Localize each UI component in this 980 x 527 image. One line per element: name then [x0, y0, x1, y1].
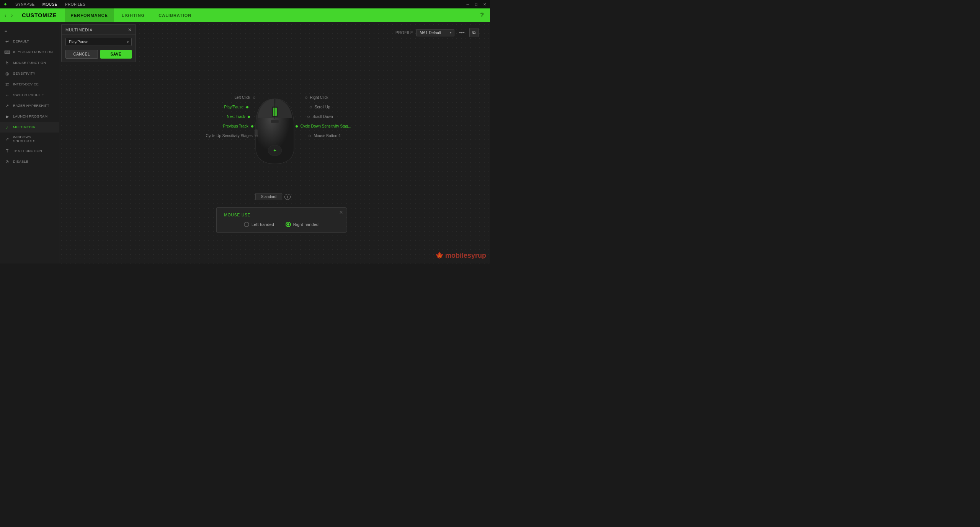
sidebar-item-keyboard-function[interactable]: ⌨KEYBOARD FUNCTION [0, 47, 59, 57]
sidebar-item-switch-profile[interactable]: ↔SWITCH PROFILE [0, 90, 59, 100]
mouse-use-popup: ✕ MOUSE USE Left-handed Right-handed [216, 207, 346, 233]
sidebar-item-disable[interactable]: ⊘DISABLE [0, 156, 59, 167]
left-labels: Left Click Play/Pause Next Track Previou… [160, 80, 275, 195]
sidebar-label-razer-hypershift: RAZER HYPERSHIFT [13, 104, 49, 108]
minimize-button[interactable]: ─ [466, 2, 470, 7]
right-click-dot[interactable] [305, 97, 307, 99]
sidebar-label-inter-device: INTER-DEVICE [13, 82, 39, 86]
title-bar-controls: ─ □ ✕ [466, 2, 487, 7]
standard-button-area: Standard i [255, 193, 291, 200]
tab-lighting[interactable]: LIGHTING [116, 8, 151, 22]
mouse-use-title: MOUSE USE [224, 213, 338, 217]
watermark: 🍁 mobilesyrup [435, 251, 486, 260]
sidebar-item-default[interactable]: ↩DEFAULT [0, 36, 59, 47]
cycle-up-label: Cycle Up Sensitivity Stages [206, 133, 258, 138]
right-handed-option[interactable]: Right-handed [286, 222, 318, 227]
sidebar-item-launch-program[interactable]: ▶LAUNCH PROGRAM [0, 111, 59, 122]
profiles-nav[interactable]: PROFILES [65, 2, 85, 7]
sidebar-item-text-function[interactable]: TTEXT FUNCTION [0, 146, 59, 156]
multimedia-select-wrapper: Play/Pause Next Track Previous Track Vol… [65, 38, 132, 46]
left-click-dot[interactable] [253, 97, 255, 99]
default-icon: ↩ [5, 39, 10, 44]
content-area: MULTIMEDIA ✕ Play/Pause Next Track Previ… [59, 22, 490, 264]
tab-calibration[interactable]: CALIBRATION [152, 8, 198, 22]
profile-copy-button[interactable]: ⧉ [469, 28, 479, 37]
sidebar-label-keyboard-function: KEYBOARD FUNCTION [13, 50, 53, 54]
hamburger-menu[interactable]: ≡ [0, 25, 59, 36]
profile-more-button[interactable]: ••• [457, 29, 466, 36]
standard-mode-button[interactable]: Standard [255, 193, 283, 200]
synapse-nav[interactable]: SYNAPSE [15, 2, 35, 7]
mouse-btn4-dot[interactable] [309, 135, 311, 137]
right-click-label: Right Click [305, 95, 328, 100]
cycle-down-label: Cycle Down Sensitivity Stag... [296, 124, 351, 128]
sidebar-item-multimedia[interactable]: ♪MULTIMEDIA [0, 122, 59, 133]
mouse-nav[interactable]: MOUSE [42, 2, 57, 7]
launch-program-icon: ▶ [5, 114, 10, 119]
sidebar-items: ↩DEFAULT⌨KEYBOARD FUNCTION🖱MOUSE FUNCTIO… [0, 36, 59, 167]
sidebar-item-mouse-function[interactable]: 🖱MOUSE FUNCTION [0, 57, 59, 68]
title-bar: ✦ SYNAPSE MOUSE PROFILES ─ □ ✕ [0, 0, 490, 8]
popup-close-button[interactable]: ✕ [128, 28, 132, 32]
close-button[interactable]: ✕ [482, 2, 487, 7]
multimedia-dropdown[interactable]: Play/Pause Next Track Previous Track Vol… [65, 38, 132, 46]
save-button[interactable]: SAVE [100, 50, 132, 59]
cycle-down-dot[interactable] [296, 125, 298, 128]
back-arrow[interactable]: ‹ [3, 12, 8, 18]
maximize-button[interactable]: □ [474, 2, 479, 7]
sensitivity-icon: ◎ [5, 71, 10, 76]
right-handed-radio[interactable] [286, 222, 291, 227]
prev-track-dot[interactable] [251, 125, 253, 128]
mouse-function-icon: 🖱 [5, 60, 10, 65]
sidebar-label-windows-shortcuts: WINDOWS SHORTCUTS [13, 135, 54, 143]
multimedia-icon: ♪ [5, 124, 10, 130]
left-handed-radio[interactable] [244, 222, 249, 227]
sidebar-item-inter-device[interactable]: ⇄INTER-DEVICE [0, 79, 59, 90]
sidebar-label-multimedia: MULTIMEDIA [13, 125, 35, 129]
cycle-up-dot[interactable] [255, 135, 258, 137]
sidebar-label-default: DEFAULT [13, 39, 29, 43]
mouse-use-options: Left-handed Right-handed [224, 222, 338, 227]
profile-dropdown[interactable]: MA1-Default Profile 2 Profile 3 [416, 29, 454, 36]
standard-info-icon[interactable]: i [284, 194, 291, 200]
maple-leaf-icon: 🍁 [435, 251, 444, 260]
right-handed-label: Right-handed [293, 222, 318, 227]
sidebar-item-sensitivity[interactable]: ◎SENSITIVITY [0, 68, 59, 79]
scroll-up-dot[interactable] [310, 106, 312, 108]
mouse-btn4-label: Mouse Button 4 [309, 133, 340, 138]
sidebar-item-razer-hypershift[interactable]: ↗RAZER HYPERSHIFT [0, 100, 59, 111]
sidebar-item-windows-shortcuts[interactable]: ↗WINDOWS SHORTCUTS [0, 133, 59, 146]
tab-performance[interactable]: PERFORMANCE [65, 8, 114, 22]
scroll-down-dot[interactable] [307, 116, 310, 118]
left-handed-label: Left-handed [252, 222, 274, 227]
nav-bar: ‹ › CUSTOMIZE PERFORMANCE LIGHTING CALIB… [0, 8, 490, 22]
sidebar-label-disable: DISABLE [13, 160, 28, 164]
scroll-up-label: Scroll Up [310, 105, 330, 109]
profile-label: PROFILE [395, 31, 413, 35]
sidebar-label-mouse-function: MOUSE FUNCTION [13, 61, 46, 65]
play-pause-dot[interactable] [246, 106, 248, 108]
sidebar-label-text-function: TEXT FUNCTION [13, 149, 42, 153]
forward-arrow[interactable]: › [10, 12, 15, 18]
title-bar-left: ✦ SYNAPSE MOUSE PROFILES [3, 1, 85, 7]
help-button[interactable]: ? [477, 12, 487, 19]
inter-device-icon: ⇄ [5, 82, 10, 87]
left-handed-option[interactable]: Left-handed [244, 222, 274, 227]
sidebar: ≡ ↩DEFAULT⌨KEYBOARD FUNCTION🖱MOUSE FUNCT… [0, 22, 59, 264]
sidebar-label-sensitivity: SENSITIVITY [13, 72, 35, 75]
right-labels: Right Click Scroll Up Scroll Down Cycle … [275, 80, 390, 195]
disable-icon: ⊘ [5, 159, 10, 164]
razer-hypershift-icon: ↗ [5, 103, 10, 108]
mouse-use-close-button[interactable]: ✕ [339, 210, 343, 215]
multimedia-popup: MULTIMEDIA ✕ Play/Pause Next Track Previ… [61, 24, 136, 62]
page-title: CUSTOMIZE [16, 12, 63, 18]
next-track-dot[interactable] [248, 116, 250, 118]
mouse-diagram: ✦ Left Click Play/Pause Next Track [160, 80, 390, 195]
switch-profile-icon: ↔ [5, 92, 10, 98]
sidebar-label-switch-profile: SWITCH PROFILE [13, 93, 44, 97]
cancel-button[interactable]: CANCEL [65, 50, 98, 59]
scroll-down-label: Scroll Down [307, 114, 333, 119]
previous-track-label: Previous Track [223, 124, 253, 128]
profile-bar: PROFILE MA1-Default Profile 2 Profile 3 … [395, 28, 479, 37]
popup-buttons: CANCEL SAVE [65, 50, 132, 59]
